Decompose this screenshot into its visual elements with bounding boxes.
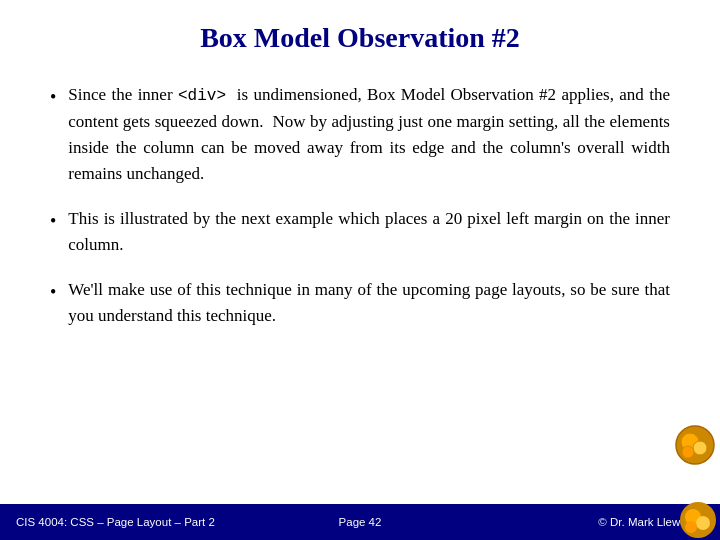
bullet-item-2: • This is illustrated by the next exampl…: [50, 206, 670, 259]
bullet-dot-3: •: [50, 279, 56, 306]
slide-footer: CIS 4004: CSS – Page Layout – Part 2 Pag…: [0, 504, 720, 540]
footer-course: CIS 4004: CSS – Page Layout – Part 2: [16, 516, 245, 528]
bullet-dot-2: •: [50, 208, 56, 235]
footer-page: Page 42: [245, 516, 474, 528]
slide-body: • Since the inner <div> is undimensioned…: [0, 72, 720, 504]
svg-point-6: [696, 516, 710, 530]
bullet-item-3: • We'll make use of this technique in ma…: [50, 277, 670, 330]
inline-code-div: <div>: [178, 87, 226, 105]
footer-logo-icon: [678, 500, 718, 540]
bullet-item-1: • Since the inner <div> is undimensioned…: [50, 82, 670, 188]
bullet-text-2: This is illustrated by the next example …: [68, 206, 670, 259]
bullet-dot-1: •: [50, 84, 56, 111]
slide-title: Box Model Observation #2: [0, 0, 720, 72]
bullet-text-3: We'll make use of this technique in many…: [68, 277, 670, 330]
svg-point-2: [693, 441, 707, 455]
slide-container: Box Model Observation #2 • Since the inn…: [0, 0, 720, 540]
footer-copyright: © Dr. Mark Llewellyn: [475, 516, 704, 528]
logo-icon: [674, 424, 716, 466]
bullet-text-1: Since the inner <div> is undimensioned, …: [68, 82, 670, 188]
svg-point-3: [682, 446, 694, 458]
svg-point-7: [685, 521, 697, 533]
